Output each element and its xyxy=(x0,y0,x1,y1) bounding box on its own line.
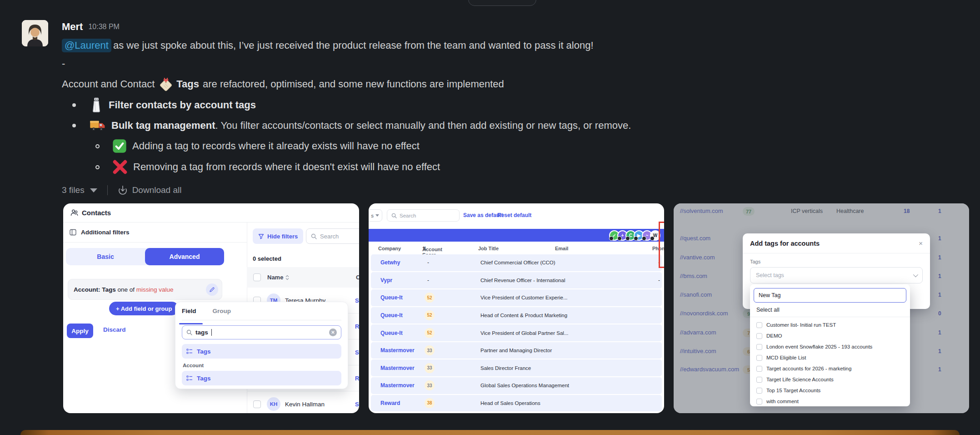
clear-search-button[interactable]: ✕ xyxy=(329,329,337,336)
checkbox[interactable] xyxy=(756,399,762,405)
checkbox[interactable] xyxy=(756,366,762,372)
company-column-header[interactable]: Company xyxy=(378,246,401,251)
attachment-contacts-table[interactable]: s Search Save as default Reset default ✓… xyxy=(369,203,664,413)
checkbox[interactable] xyxy=(756,388,762,394)
table-row[interactable]: Mastermover 33 Global Sales Operations M… xyxy=(371,377,662,394)
files-count-toggle[interactable]: 3 files xyxy=(62,185,97,195)
tag-option[interactable]: Target accounts for 2026 - marketing xyxy=(754,363,906,374)
bullet-dot xyxy=(72,124,76,127)
discard-button[interactable]: Discard xyxy=(103,326,126,333)
checkbox[interactable] xyxy=(756,322,762,328)
company-link[interactable]: R xyxy=(355,323,359,330)
tag-option[interactable]: DEMO xyxy=(754,330,906,341)
company-link[interactable]: S xyxy=(355,297,359,304)
timestamp[interactable]: 10:38 PM xyxy=(88,23,119,31)
company-link[interactable]: Queue-It xyxy=(380,312,403,319)
table-row[interactable]: KH Kevin Hallman S xyxy=(247,391,359,413)
company-link[interactable]: Getwhy xyxy=(380,259,400,266)
company-link[interactable]: R xyxy=(355,375,359,382)
tab-group[interactable]: Group xyxy=(213,308,231,320)
job-column-header[interactable]: Job Title xyxy=(478,246,499,251)
tab-advanced[interactable]: Advanced xyxy=(145,248,224,265)
attachment-add-tags-modal[interactable]: //solventum.com 77 ICP verticals Healthc… xyxy=(674,203,969,413)
attachment-contacts-filter[interactable]: Contacts Additional filters Basic Advanc… xyxy=(63,203,359,413)
checkbox[interactable] xyxy=(756,333,762,339)
checkbox[interactable] xyxy=(756,344,762,350)
table-row[interactable]: Vypr - Chief Revenue Officer - Internati… xyxy=(371,272,662,289)
filter-rule-chip[interactable]: Account: Tags one of missing value xyxy=(68,279,222,300)
new-tag-input[interactable]: New Tag xyxy=(754,288,906,303)
company-link[interactable]: S xyxy=(355,401,359,408)
company-link[interactable]: Mastermover xyxy=(380,347,415,354)
files-count: 3 files xyxy=(62,185,85,195)
tag-option[interactable]: Customer list- Initial run TEST xyxy=(754,319,906,330)
name-column-header[interactable]: Name xyxy=(267,274,289,281)
table-row[interactable]: Mastermover 33 Sales Director France xyxy=(371,359,662,376)
company-link[interactable]: Mastermover xyxy=(380,382,415,389)
hide-filters-button[interactable]: Hide filters xyxy=(253,228,303,244)
job-title: Head of Sales Operations xyxy=(480,400,540,406)
tag-option[interactable]: Top 15 Target Accounts xyxy=(754,385,906,396)
field-option-tags[interactable]: Tags xyxy=(182,344,341,359)
bullet-dot xyxy=(72,103,76,107)
apply-button[interactable]: Apply xyxy=(67,324,93,338)
check-mark-emoji xyxy=(112,139,127,153)
download-all-button[interactable]: Download all xyxy=(118,185,182,195)
tab-field[interactable]: Field xyxy=(182,308,196,320)
message-line-1: @Laurent as we just spoke about this, I’… xyxy=(62,37,962,54)
close-icon[interactable]: × xyxy=(919,239,923,247)
table-row[interactable]: Queue-It 52 Head of Content & Product Ma… xyxy=(371,307,662,324)
account-score-badge: 38 xyxy=(425,398,435,408)
company-link[interactable]: Reward xyxy=(380,400,400,406)
field-search-input[interactable]: tags ✕ xyxy=(182,325,341,339)
company-link[interactable]: S xyxy=(355,349,359,356)
row-checkbox[interactable] xyxy=(253,400,261,408)
contacts-search-input[interactable]: Search xyxy=(306,228,359,244)
avatar[interactable] xyxy=(22,20,48,46)
company-link[interactable]: Vypr xyxy=(380,277,392,283)
table-row[interactable]: Mastermover 33 Partner and Managing Dire… xyxy=(371,342,662,359)
modal-title: Add tags for accounts xyxy=(750,240,820,247)
table-row[interactable]: Queue-It 52 Vice President of Global Par… xyxy=(371,324,662,341)
account-score-badge: 33 xyxy=(425,380,435,390)
view-dropdown-partial[interactable]: s xyxy=(369,209,382,222)
additional-filters-row[interactable]: Additional filters xyxy=(63,223,247,243)
field-option-label: Tags xyxy=(197,375,211,382)
search-icon xyxy=(391,213,397,218)
chevron-down-icon xyxy=(913,272,918,277)
select-all-checkbox[interactable] xyxy=(253,273,261,281)
popup-section-label: Account xyxy=(183,363,341,368)
table-body: Getwhy - Chief Commercial Officer (CCO) … xyxy=(371,254,662,411)
table-row[interactable]: Reward 38 Head of Sales Operations xyxy=(371,395,662,412)
add-field-or-group-button[interactable]: + Add field or group xyxy=(109,302,179,315)
tag-option[interactable]: Target Life Science Accounts xyxy=(754,374,906,385)
table-search-input[interactable]: Search xyxy=(387,209,460,222)
checkbox[interactable] xyxy=(756,377,762,383)
company-link[interactable]: Queue-It xyxy=(380,330,403,336)
user-mention[interactable]: @Laurent xyxy=(62,39,111,52)
tag-option[interactable]: London event Snowflake 2025 - 193 accoun… xyxy=(754,341,906,352)
chevron-down-icon xyxy=(375,214,379,217)
tag-option[interactable]: MCD Eligible List xyxy=(754,352,906,363)
author-name[interactable]: Mert xyxy=(62,21,83,33)
company-link[interactable]: Queue-It xyxy=(380,294,403,301)
field-option-tags-account[interactable]: Tags xyxy=(182,371,341,385)
select-all-option[interactable]: Select all xyxy=(756,307,906,313)
select-tags-dropdown[interactable]: Select tags xyxy=(750,267,923,283)
table-row[interactable]: Getwhy - Chief Commercial Officer (CCO) … xyxy=(371,254,662,271)
checkbox[interactable] xyxy=(756,355,762,361)
download-icon xyxy=(118,185,128,195)
scroll-pill[interactable] xyxy=(468,0,536,6)
tab-basic[interactable]: Basic xyxy=(66,248,145,265)
table-row[interactable]: Queue-It 52 Vice President of Customer E… xyxy=(371,289,662,306)
popup-tabs: Field Group xyxy=(182,308,341,320)
reset-default-link[interactable]: Reset default xyxy=(497,212,531,218)
score-column-header[interactable]: Account Score ⇅ xyxy=(422,246,426,252)
tag-option[interactable]: with comment xyxy=(754,396,906,407)
company-link[interactable]: Mastermover xyxy=(380,365,415,371)
feature-line: Account and Contact Tags are refactored,… xyxy=(62,74,962,95)
email-column-header[interactable]: Email xyxy=(555,246,568,251)
edit-rule-button[interactable] xyxy=(206,283,218,296)
field-option-label: Tags xyxy=(197,348,211,355)
message-composer-top-edge[interactable] xyxy=(20,430,960,435)
